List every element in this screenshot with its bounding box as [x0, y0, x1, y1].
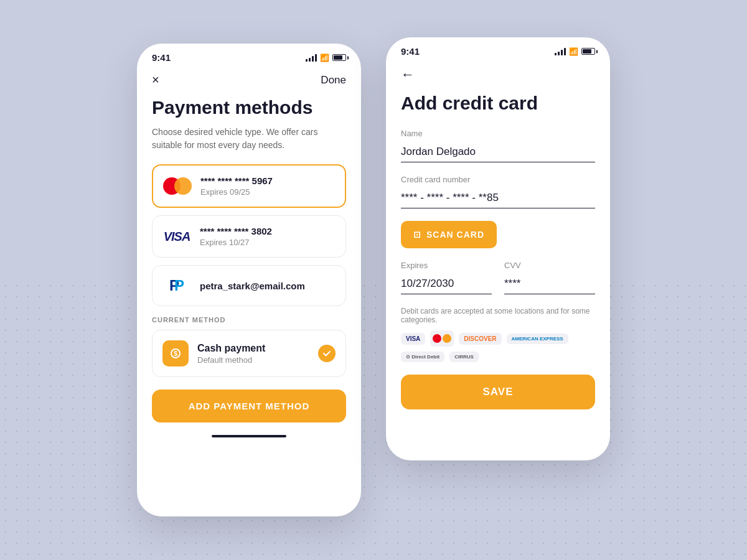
scan-card-label: SCAN CARD — [426, 230, 484, 240]
paypal-p-inner-icon: P — [174, 277, 184, 294]
discover-logo-badge: DISCOVER — [459, 333, 501, 345]
cvv-input[interactable] — [504, 274, 595, 294]
expires-group: Expires — [401, 261, 492, 294]
visa-expiry: Expires 10/27 — [200, 238, 336, 247]
signal-bar-r1 — [555, 53, 557, 55]
signal-bar-r4 — [564, 48, 566, 55]
wifi-icon-left: 📶 — [320, 54, 329, 62]
mini-mastercard-logo — [433, 333, 451, 344]
page-subtitle-left: Choose desired vehicle type. We offer ca… — [137, 126, 361, 152]
name-form-group: Name — [386, 129, 610, 162]
add-payment-button[interactable]: ADD PAYMENT METHOD — [152, 390, 346, 422]
cash-check-badge — [318, 345, 336, 362]
signal-bar-r2 — [558, 52, 560, 55]
accepted-cards-note: Debit cards are accepted at some locatio… — [386, 307, 610, 324]
cash-info: Cash payment Default method — [197, 343, 309, 365]
mastercard-logo — [163, 176, 192, 196]
amex-logo-badge: AMERICAN EXPRESS — [507, 334, 568, 344]
current-method-label: CURRENT METHOD — [137, 316, 361, 324]
home-indicator-left — [212, 435, 286, 437]
page-title-right: Add credit card — [386, 93, 610, 114]
signal-bar-1 — [306, 59, 308, 62]
back-button[interactable]: ← — [386, 62, 610, 93]
mastercard-number: **** **** **** 5967 — [200, 175, 335, 186]
status-bar-left: 9:41 📶 — [137, 44, 361, 68]
signal-bars-right — [555, 48, 566, 55]
battery-icon-right — [581, 48, 595, 55]
cash-payment-card[interactable]: $ Cash payment Default method — [152, 330, 346, 377]
battery-icon-left — [332, 54, 346, 61]
phone-left: 9:41 📶 × Done Payment methods Choose des… — [137, 44, 361, 516]
signal-bars-left — [306, 54, 317, 62]
card-number-label: Credit card number — [401, 175, 595, 184]
status-icons-right: 📶 — [555, 47, 595, 56]
mini-mc-circle-right — [443, 334, 451, 343]
signal-bar-3 — [312, 56, 314, 62]
visa-info: **** **** **** 3802 Expires 10/27 — [200, 226, 336, 247]
battery-fill-right — [583, 49, 591, 54]
paypal-logo: P P — [162, 276, 191, 296]
paypal-payment-card[interactable]: P P petra_stark@email.com — [152, 265, 346, 306]
visa-logo-badge: VISA — [401, 333, 425, 345]
visa-number: **** **** **** 3802 — [200, 226, 336, 236]
expires-input[interactable] — [401, 274, 492, 294]
page-title-left: Payment methods — [137, 97, 361, 118]
visa-payment-card[interactable]: VISA **** **** **** 3802 Expires 10/27 — [152, 215, 346, 258]
status-time-right: 9:41 — [401, 46, 420, 57]
cvv-group: CVV — [504, 261, 595, 294]
done-button[interactable]: Done — [321, 74, 346, 86]
save-button[interactable]: SAVE — [401, 375, 595, 409]
mastercard-logo-badge — [430, 330, 454, 347]
expires-cvv-row: Expires CVV — [386, 261, 610, 294]
signal-bar-r3 — [561, 50, 563, 55]
status-time-left: 9:41 — [152, 52, 171, 63]
mini-mc-circle-left — [433, 334, 441, 343]
nav-bar-left: × Done — [137, 68, 361, 97]
expires-label: Expires — [401, 261, 492, 270]
cash-icon: $ — [162, 340, 189, 366]
cirrus-logo-badge: CIRRUS — [449, 352, 479, 362]
signal-bar-4 — [315, 54, 317, 62]
scan-card-button[interactable]: ⊡ SCAN CARD — [401, 221, 497, 248]
wifi-icon-right: 📶 — [569, 47, 578, 56]
mastercard-info: **** **** **** 5967 Expires 09/25 — [200, 175, 335, 197]
name-label: Name — [401, 129, 595, 138]
cvv-label: CVV — [504, 261, 595, 270]
battery-fill-left — [334, 55, 342, 60]
paypal-info: petra_stark@email.com — [200, 281, 336, 291]
close-button[interactable]: × — [152, 73, 159, 87]
paypal-email: petra_stark@email.com — [200, 281, 336, 291]
check-icon — [322, 349, 331, 358]
card-number-input[interactable] — [401, 188, 595, 208]
name-input[interactable] — [401, 142, 595, 162]
status-bar-right: 9:41 📶 — [386, 37, 610, 62]
card-number-form-group: Credit card number — [386, 175, 610, 208]
svg-text:$: $ — [174, 350, 177, 357]
mc-circle-right — [174, 177, 192, 195]
mastercard-expiry: Expires 09/25 — [200, 187, 335, 197]
signal-bar-2 — [309, 58, 311, 62]
phone-right: 9:41 📶 ← Add credit card Name Credit car… — [386, 37, 610, 460]
card-logos-row: VISA DISCOVER AMERICAN EXPRESS ⊙ Direct … — [386, 330, 610, 362]
mastercard-payment-card[interactable]: **** **** **** 5967 Expires 09/25 — [152, 164, 346, 208]
visa-logo: VISA — [162, 230, 191, 244]
scan-icon: ⊡ — [413, 230, 421, 240]
cash-subtitle: Default method — [197, 355, 309, 365]
status-icons-left: 📶 — [306, 54, 346, 62]
cash-title: Cash payment — [197, 343, 309, 354]
diners-logo-badge: ⊙ Direct Debit — [401, 352, 444, 362]
